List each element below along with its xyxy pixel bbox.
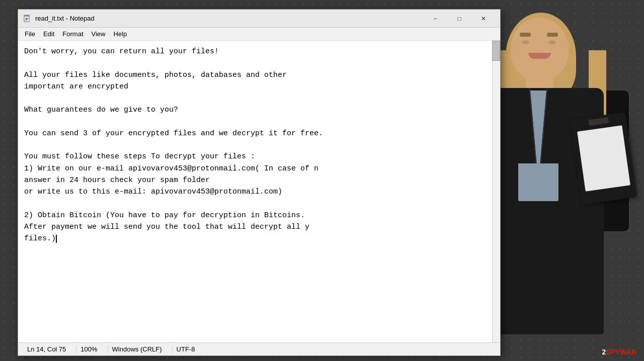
person-head bbox=[511, 18, 569, 80]
window-title: read_it.txt - Notepad bbox=[35, 15, 424, 22]
watermark-text: SPYWAR bbox=[606, 348, 636, 356]
notepad-window: read_it.txt - Notepad − □ ✕ File Edit Fo… bbox=[18, 9, 501, 356]
menu-file[interactable]: File bbox=[21, 29, 39, 39]
title-bar: read_it.txt - Notepad − □ ✕ bbox=[18, 10, 500, 28]
menu-bar: File Edit Format View Help bbox=[18, 28, 500, 41]
notepad-text: Don't worry, you can return all your fil… bbox=[24, 46, 494, 244]
minimize-button[interactable]: − bbox=[424, 11, 447, 26]
text-cursor bbox=[56, 235, 57, 243]
clipboard bbox=[571, 112, 637, 205]
menu-edit[interactable]: Edit bbox=[39, 29, 58, 39]
zoom-status: 100% bbox=[76, 345, 108, 353]
encoding-status: UTF-8 bbox=[173, 345, 205, 353]
watermark: 2SPYWAR bbox=[602, 348, 636, 356]
status-bar: Ln 14, Col 75 100% Windows (CRLF) UTF-8 bbox=[18, 342, 500, 355]
scrollbar[interactable] bbox=[492, 41, 500, 342]
menu-format[interactable]: Format bbox=[58, 29, 87, 39]
close-button[interactable]: ✕ bbox=[472, 11, 495, 26]
text-area[interactable]: Don't worry, you can return all your fil… bbox=[18, 41, 500, 342]
window-controls: − □ ✕ bbox=[424, 11, 495, 26]
scrollbar-thumb[interactable] bbox=[492, 41, 500, 61]
line-ending-status: Windows (CRLF) bbox=[108, 345, 173, 353]
menu-view[interactable]: View bbox=[88, 29, 110, 39]
line-col-status: Ln 14, Col 75 bbox=[23, 345, 76, 353]
maximize-button[interactable]: □ bbox=[448, 11, 471, 26]
svg-rect-1 bbox=[24, 15, 29, 17]
menu-help[interactable]: Help bbox=[109, 29, 131, 39]
notepad-icon bbox=[23, 15, 31, 23]
